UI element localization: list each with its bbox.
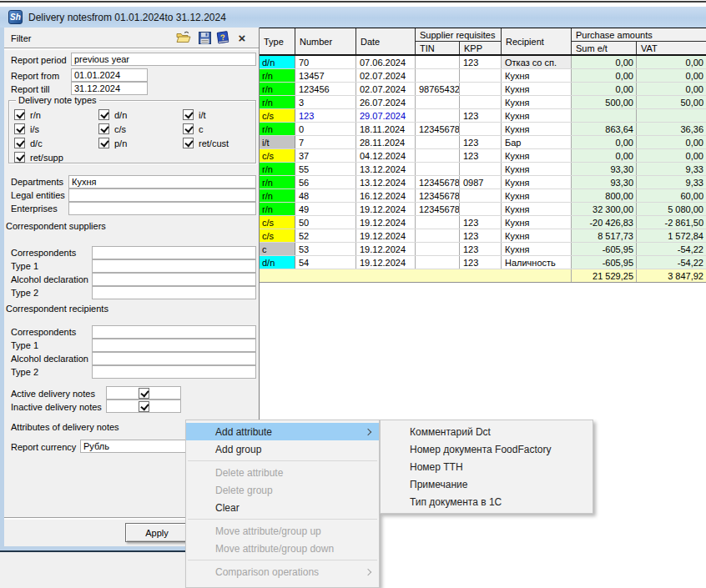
checkbox[interactable] <box>14 138 25 148</box>
table-row[interactable]: r/n1345702.07.2024Кухня0,000,00 <box>260 69 706 83</box>
table-row[interactable]: r/n5513.12.2024Кухня93,309,33 <box>260 163 706 176</box>
col-header-vat[interactable]: VAT <box>637 42 706 54</box>
supplier-field-input[interactable] <box>92 259 256 273</box>
checkmark-icon <box>184 110 193 119</box>
cell-recipient: Кухня <box>502 83 572 95</box>
cell-kpp: 0987 <box>460 176 502 188</box>
cell-tin <box>416 136 460 148</box>
col-header-date[interactable]: Date <box>356 28 416 54</box>
col-header-sum[interactable]: Sum e/t <box>572 42 637 54</box>
table-row[interactable]: r/n4919.12.2024123456789Кухня32 300,005 … <box>260 203 706 216</box>
cell-sum: 0,00 <box>572 56 637 68</box>
recipients-section-title: Correspondent recipients <box>6 304 108 314</box>
table-row[interactable]: d/n7007.06.2024123Отказ со сп.0,000,00 <box>260 56 706 69</box>
inactive-notes-checkbox[interactable] <box>139 401 149 412</box>
cell-date: 26.07.2024 <box>356 96 416 108</box>
cell-number: 50 <box>295 216 356 229</box>
menu-item[interactable]: Move attribute/group down <box>186 540 379 557</box>
cell-tin <box>416 229 460 242</box>
report-from-input[interactable] <box>71 68 148 82</box>
active-notes-checkbox-field[interactable] <box>106 386 181 400</box>
note-type-option: c <box>183 122 251 136</box>
menu-item[interactable]: Комментарий Dct <box>381 423 593 440</box>
checkbox[interactable] <box>183 123 194 134</box>
close-icon[interactable]: × <box>234 31 250 45</box>
table-row[interactable]: r/n326.07.2024Кухня500,0050,00 <box>260 96 706 109</box>
cell-kpp <box>460 163 502 175</box>
menu-item[interactable]: Тип документа в 1С <box>381 493 593 510</box>
menu-item[interactable]: Номер документа FoodFactory <box>381 440 593 458</box>
table-row[interactable]: i/t728.11.2024123Бар0,000,00 <box>260 136 706 149</box>
cell-type: d/n <box>260 256 295 269</box>
inactive-notes-checkbox-field[interactable] <box>106 400 181 413</box>
cell-sum: 8 517,73 <box>572 229 637 242</box>
col-header-supplier-requisites[interactable]: Supplier requisites <box>416 28 502 42</box>
delivery-notes-table: Type Number Date Supplier requisites TIN… <box>260 28 706 283</box>
table-row[interactable]: r/n4816.12.2024123456789Кухня800,0060,00 <box>260 189 706 203</box>
table-row[interactable]: c5319.12.2024123Кухня-605,95-54,22 <box>260 243 706 256</box>
report-period-input[interactable] <box>71 53 256 66</box>
recipient-field-input[interactable] <box>92 325 256 339</box>
table-row[interactable]: r/n5613.12.20241234567890987Кухня93,309,… <box>260 176 706 189</box>
cell-recipient: Кухня <box>502 176 572 188</box>
checkbox[interactable] <box>14 109 25 120</box>
col-header-number[interactable]: Number <box>295 28 356 54</box>
menu-item[interactable]: Add group <box>186 440 379 458</box>
recipient-field-input[interactable] <box>92 339 256 352</box>
org-field-input[interactable] <box>68 202 256 215</box>
menu-item[interactable]: Номер ТТН <box>381 458 593 475</box>
org-field-input[interactable] <box>68 175 256 188</box>
table-row[interactable]: r/n12345602.07.2024987654321Кухня0,000,0… <box>260 83 706 96</box>
cell-sum: -605,95 <box>572 256 637 269</box>
table-row[interactable]: c/s12329.07.2024123Кухня <box>260 109 706 123</box>
cell-type: c/s <box>260 109 295 122</box>
menu-item[interactable]: Delete group <box>186 481 379 499</box>
checkbox[interactable] <box>98 123 109 134</box>
menu-item[interactable]: Move attribute/group up <box>186 522 379 540</box>
table-row[interactable]: c/s3704.12.2024123Кухня0,000,00 <box>260 149 706 163</box>
cell-tin <box>416 163 460 175</box>
cell-date: 16.12.2024 <box>356 189 416 202</box>
apply-button[interactable]: Apply <box>125 523 189 542</box>
supplier-field-input[interactable] <box>92 246 256 259</box>
menu-item[interactable]: Примечание <box>381 475 593 493</box>
cell-type: r/n <box>260 203 295 215</box>
checkbox-label: i/t <box>199 110 206 120</box>
cell-kpp: 123 <box>460 136 502 148</box>
recipient-field-input[interactable] <box>92 365 256 379</box>
table-row[interactable]: c/s5219.12.2024123Кухня8 517,731 572,84 <box>260 229 706 243</box>
help-icon[interactable]: ? <box>214 30 231 44</box>
cell-kpp: 123 <box>460 216 502 229</box>
col-header-tin[interactable]: TIN <box>416 42 460 54</box>
col-header-type[interactable]: Type <box>260 28 295 54</box>
cell-type: r/n <box>260 163 295 175</box>
supplier-field-input[interactable] <box>92 273 256 286</box>
table-row[interactable]: c/s5019.12.2024123Кухня-20 426,83-2 861,… <box>260 216 706 229</box>
col-header-purchase-amounts[interactable]: Purchase amounts <box>572 28 706 42</box>
checkbox[interactable] <box>14 123 25 134</box>
report-till-input[interactable] <box>71 82 148 95</box>
table-row[interactable]: d/n5419.12.2024123Наличность-605,95-54,2… <box>260 256 706 269</box>
save-icon[interactable] <box>196 31 213 45</box>
checkbox[interactable] <box>183 109 194 120</box>
menu-item[interactable]: Clear <box>186 499 379 516</box>
table-row[interactable]: r/n018.11.2024123456789Кухня863,6436,36 <box>260 123 706 136</box>
open-folder-icon[interactable] <box>175 30 192 44</box>
org-field-input[interactable] <box>68 188 256 202</box>
col-header-recipient[interactable]: Recipient <box>502 28 572 54</box>
menu-item[interactable]: Comparison operations <box>186 563 379 580</box>
supplier-field-input[interactable] <box>92 286 256 299</box>
checkbox[interactable] <box>183 138 194 148</box>
checkbox[interactable] <box>98 109 109 120</box>
cell-recipient: Отказ со сп. <box>502 56 572 68</box>
col-header-kpp[interactable]: KPP <box>460 42 502 54</box>
recipient-field-input[interactable] <box>92 352 256 365</box>
cell-tin <box>416 109 460 122</box>
menu-item[interactable]: Add attribute <box>186 423 379 440</box>
checkbox[interactable] <box>98 138 109 148</box>
cell-number: 123456 <box>295 83 356 95</box>
menu-item[interactable]: Delete attribute <box>186 464 379 481</box>
cell-sum: 800,00 <box>572 189 637 202</box>
checkbox[interactable] <box>14 152 25 163</box>
active-notes-checkbox[interactable] <box>139 388 149 399</box>
